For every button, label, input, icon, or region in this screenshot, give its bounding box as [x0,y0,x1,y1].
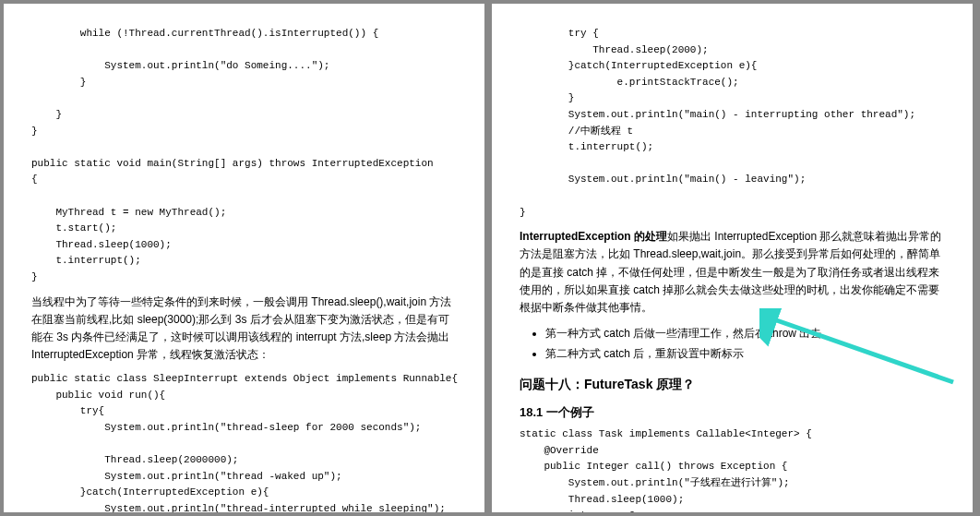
para2-bold: InterruptedException 的处理 [520,230,667,243]
paragraph-2: InterruptedException 的处理如果抛出 Interrupted… [520,228,945,317]
code-block-1: while (!Thread.currentThread().isInterru… [31,26,457,286]
bullet-item: 第一种方式 catch 后做一些清理工作，然后在 throw 出去 [545,324,945,344]
page-right: try { Thread.sleep(2000); }catch(Interru… [492,4,973,512]
section-heading: 18.1 一个例子 [520,404,945,421]
question-heading: 问题十八：FutureTask 原理？ [520,377,945,393]
bullet-item: 第二种方式 catch 后，重新设置中断标示 [545,344,945,365]
bullet-list: 第一种方式 catch 后做一些清理工作，然后在 throw 出去 第二种方式 … [520,324,945,364]
page-left: while (!Thread.currentThread().isInterru… [4,4,484,512]
code-block-2: public static class SleepInterrupt exten… [31,371,457,512]
paragraph-1: 当线程中为了等待一些特定条件的到来时候，一般会调用 Thread.sleep()… [31,294,457,365]
code-block-3: try { Thread.sleep(2000); }catch(Interru… [520,26,945,221]
code-block-4: static class Task implements Callable<In… [520,426,945,512]
